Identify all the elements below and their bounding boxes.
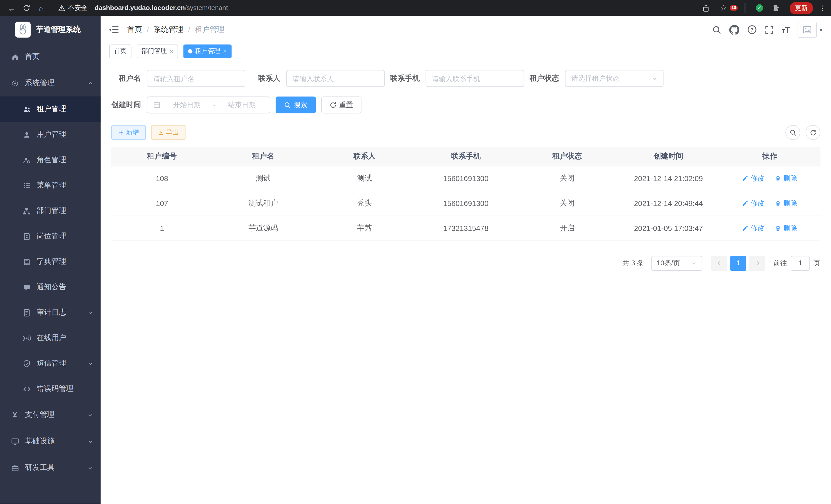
column-tenant-name: 租户名 [212,147,314,166]
share-icon[interactable] [700,2,713,14]
cell-created: 2021-12-14 20:49:44 [618,191,719,216]
chevron-right-icon [754,260,760,266]
cell-tenant-id: 108 [111,166,212,191]
cell-actions: 修改 删除 [719,166,820,191]
tag-home[interactable]: 首页 [109,44,132,58]
status-label: 租户状态 [529,74,565,83]
filter-contact: 联系人 [251,70,385,87]
browser-chrome: ← ⌂ 不安全 dashboard.yudao.iocoder.cn/syste… [0,0,831,16]
sidebar-item-dict[interactable]: 字典管理 [0,249,101,274]
user-avatar-menu[interactable]: ▾ [798,22,823,38]
edit-button[interactable]: 修改 [742,198,765,208]
chevron-down-icon [87,439,93,444]
cell-created: 2021-12-14 21:02:09 [618,166,719,191]
date-range-picker[interactable]: 开始日期 - 结束日期 [147,96,270,113]
sidebar-item-error-code[interactable]: 错误码管理 [0,376,101,402]
table-row: 107 测试租户 秃头 15601691300 关闭 2021-12-14 20… [111,191,821,216]
reload-icon[interactable] [20,2,33,14]
sidebar-item-dev-tools[interactable]: 研发工具 [0,455,101,481]
browser-update-button[interactable]: 更新 [790,2,813,14]
app-logo-row[interactable]: 芋道管理系统 [0,16,101,43]
screen: ← ⌂ 不安全 dashboard.yudao.iocoder.cn/syste… [0,0,831,504]
prev-page-button[interactable] [711,256,727,270]
goto-page-input[interactable] [791,256,810,270]
contact-input[interactable] [293,75,378,83]
fullscreen-icon[interactable] [765,25,774,34]
trash-icon [775,175,781,182]
breadcrumb-home[interactable]: 首页 [127,25,142,34]
url-host: dashboard.yudao.iocoder.cn [94,4,185,12]
sidebar-item-post[interactable]: 岗位管理 [0,224,101,249]
calendar-icon [153,101,161,109]
cell-phone: 15601691300 [415,166,516,191]
browser-menu-icon[interactable]: ⋮ [819,4,826,12]
sidebar-item-audit-log[interactable]: 审计日志 [0,300,101,325]
delete-button[interactable]: 删除 [775,223,797,233]
back-icon[interactable]: ← [5,2,18,14]
refresh-table-button[interactable] [806,125,821,140]
extensions-puzzle-icon[interactable] [773,4,780,12]
add-button[interactable]: 新增 [111,125,146,140]
home-browser-icon[interactable]: ⌂ [35,2,48,14]
sidebar-collapse-icon[interactable] [109,25,119,34]
create-time-label: 创建时间 [111,100,147,110]
cell-tenant-id: 107 [111,191,212,216]
sidebar-item-label: 菜单管理 [36,181,66,190]
sidebar-item-infra[interactable]: 基础设施 [0,428,101,455]
browser-toolbar-right: ☆ 10 ✓ 更新 ⋮ [700,2,826,14]
sidebar-item-user[interactable]: 用户管理 [0,122,101,147]
page-size-select[interactable]: 10条/页 [651,256,702,270]
badge-icon [22,232,31,240]
delete-button[interactable]: 删除 [775,173,797,183]
sidebar-item-online-user[interactable]: 在线用户 [0,325,101,351]
github-icon[interactable] [729,25,739,35]
tag-tenant-active[interactable]: 租户管理 × [183,44,232,58]
sidebar-item-system[interactable]: 系统管理 [0,70,101,96]
sidebar-item-label: 通知公告 [36,282,66,292]
page-number-current[interactable]: 1 [730,256,746,270]
extension-green-check-icon[interactable]: ✓ [756,4,763,12]
sidebar-item-label: 字典管理 [36,257,66,266]
bookmark-star-icon[interactable]: ☆ [717,2,730,14]
search-button[interactable]: 搜索 [276,96,316,113]
close-icon[interactable]: × [223,48,227,55]
close-icon[interactable]: × [170,48,173,55]
help-icon[interactable]: ? [747,25,757,34]
extension-dark-icon[interactable] [744,4,746,12]
sidebar-item-label: 支付管理 [25,410,55,419]
sidebar-item-role[interactable]: 角色管理 [0,147,101,173]
address-bar[interactable]: dashboard.yudao.iocoder.cn/system/tenant [94,4,228,12]
edit-button[interactable]: 修改 [742,173,765,183]
delete-button[interactable]: 删除 [775,198,797,208]
sidebar-item-label: 基础设施 [25,437,55,446]
edit-button[interactable]: 修改 [742,223,765,233]
header-search-icon[interactable] [712,25,721,34]
toolbox-icon [10,464,19,472]
phone-label: 联系手机 [390,74,426,83]
sidebar-item-tenant[interactable]: 租户管理 [0,96,101,122]
status-select[interactable]: 请选择租户状态 [565,70,664,87]
toggle-search-button[interactable] [785,125,800,140]
column-actions: 操作 [719,147,820,166]
next-page-button[interactable] [749,256,765,270]
sidebar-item-label: 首页 [25,52,40,61]
font-size-icon[interactable]: TT [782,26,790,34]
tag-dept[interactable]: 部门管理 × [137,44,178,58]
sidebar-item-pay[interactable]: ¥ 支付管理 [0,402,101,428]
sidebar-item-menu[interactable]: 菜单管理 [0,173,101,198]
sidebar-item-dept[interactable]: 部门管理 [0,198,101,224]
export-button[interactable]: 导出 [151,125,185,140]
filter-row-2: 创建时间 开始日期 - 结束日期 搜索 重置 [111,96,821,113]
security-chip[interactable]: 不安全 [58,3,88,12]
date-start-placeholder: 开始日期 [165,100,209,110]
page-content: 租户名 联系人 联系手机 租户状态 请选择租户状态 [101,59,831,504]
cell-contact: 芋艿 [314,215,415,240]
tenant-name-input[interactable] [153,75,239,83]
phone-input[interactable] [432,75,518,83]
sidebar-item-notice[interactable]: 通知公告 [0,274,101,300]
reset-button[interactable]: 重置 [321,96,362,113]
sidebar-item-home[interactable]: 首页 [0,43,101,70]
sidebar-item-label: 租户管理 [36,104,66,114]
breadcrumb-system[interactable]: 系统管理 [154,25,183,34]
sidebar-item-sms[interactable]: 短信管理 [0,351,101,376]
